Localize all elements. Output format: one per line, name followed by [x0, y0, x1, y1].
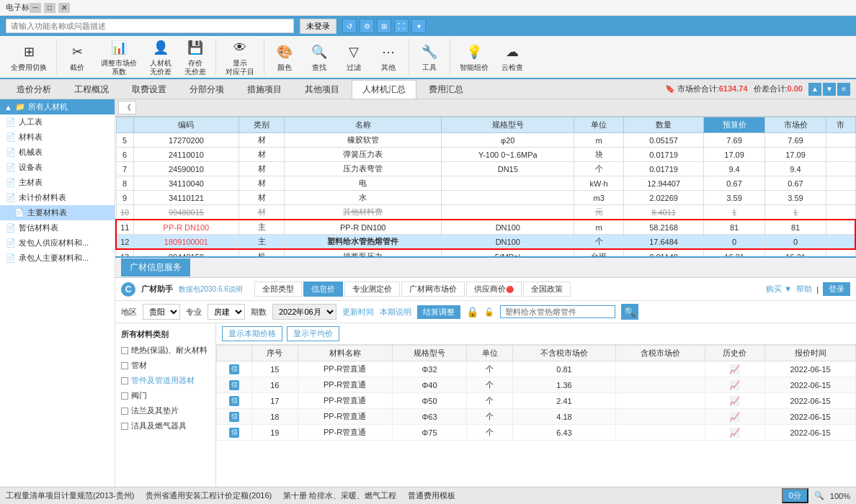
category-item-flange[interactable]: 法兰及其垫片: [115, 403, 215, 418]
sidebar-item-weijisuan[interactable]: 📄 未计价材料表: [0, 190, 115, 205]
category-item-sanitary[interactable]: 洁具及燃气器具: [115, 418, 215, 433]
table-row[interactable]: 517270200材橡胶软管φ20m0.051577.697.69: [116, 133, 855, 148]
guangcai-tab-all[interactable]: 全部类型: [254, 282, 302, 297]
category-checkbox-valve[interactable]: [121, 392, 128, 400]
toolbar-yanse[interactable]: 🎨 颜色: [269, 38, 300, 76]
table-row[interactable]: 724590010材压力表弯管DN15个0.017199.49.4: [116, 162, 855, 176]
guangcai-version[interactable]: 数据包2030.6.6说明: [179, 284, 243, 294]
table-row[interactable]: 1099480015材其他材料费元8.401111: [116, 205, 855, 220]
sidebar-item-shebei[interactable]: 📄 设备表: [0, 160, 115, 175]
region-select[interactable]: 贵阳: [143, 304, 180, 320]
guangcai-tab-special[interactable]: 专业测定价: [344, 282, 400, 297]
category-checkbox-heat[interactable]: [121, 347, 128, 354]
collapse-btn[interactable]: 《: [118, 101, 136, 114]
table-row[interactable]: 834110040材电kW·h12.944070.670.67: [116, 176, 855, 191]
toolbar-chazhao[interactable]: 🔍 查找: [303, 38, 335, 76]
sidebar-item-jixie[interactable]: 📄 机械表: [0, 145, 115, 160]
toolbar-zaijia[interactable]: ✂ 截价: [61, 38, 93, 76]
more-icon[interactable]: ▾: [411, 19, 426, 33]
settings-icon[interactable]: ⚙: [360, 19, 374, 33]
category-checkbox-fitting[interactable]: [121, 377, 128, 384]
table-row[interactable]: 121809100001主塑料给水管热熔管件DN100个17.648400: [116, 235, 855, 250]
buy-link[interactable]: 购买 ▼: [766, 284, 792, 294]
settle-button[interactable]: 结算调整: [417, 305, 460, 319]
guangcai-tab-market[interactable]: 广材网市场价: [401, 282, 465, 297]
tab-feiyong[interactable]: 费用汇总: [418, 80, 474, 99]
toolbar-rencaiji[interactable]: 👤 人材机无价差: [145, 34, 177, 80]
tab-gongcheng[interactable]: 工程概况: [63, 80, 120, 99]
material-search-input[interactable]: [500, 305, 615, 318]
sidebar-item-fabao[interactable]: 📄 发包人供应材料和...: [0, 235, 115, 251]
period-note-link[interactable]: 本期说明: [380, 307, 411, 318]
table-row[interactable]: 1399440150机排浆泵压力5(MPa)台班0.0114816.2116.2…: [116, 249, 855, 256]
tab-zaojia[interactable]: 造价分析: [6, 80, 62, 99]
category-checkbox-sanitary[interactable]: [121, 423, 128, 430]
period-select[interactable]: 2022年06月: [272, 304, 336, 320]
info-icon[interactable]: 信: [229, 428, 239, 438]
info-icon[interactable]: 信: [229, 412, 239, 422]
toolbar-zhineng[interactable]: 💡 智能组价: [455, 38, 494, 76]
minimize-btn[interactable]: ─: [30, 3, 41, 13]
trend-icon[interactable]: 📈: [729, 396, 740, 406]
table-scroll[interactable]: 编码 类别 名称 规格型号 单位 数量 预算价 市场价 市 517270200材…: [115, 117, 856, 256]
progress-btn[interactable]: 0分: [782, 488, 808, 503]
data-table-scroll[interactable]: 序号 材料名称 规格型号 单位 不含税市场价 含税市场价 历史价 报价时间: [216, 345, 856, 487]
guangcai-tab-policy[interactable]: 全国政策: [523, 282, 571, 297]
data-table-row[interactable]: 信18PP-R管直通Φ63个4.18📈2022-06-15: [217, 409, 856, 425]
trend-icon[interactable]: 📈: [729, 428, 740, 438]
toolbar-guolv[interactable]: ▽ 过滤: [338, 38, 370, 76]
info-icon[interactable]: 信: [229, 380, 239, 390]
sidebar-item-gusuan[interactable]: 📄 暂估材料表: [0, 220, 115, 235]
table-row[interactable]: 624110010材弹簧压力表Y-100 0~1.6MPa块0.0171917.…: [116, 148, 855, 162]
data-table-row[interactable]: 信17PP-R管直通Φ50个2.41📈2022-06-15: [217, 393, 856, 409]
material-search-btn[interactable]: 🔍: [621, 304, 638, 320]
category-item-fitting[interactable]: 管件及管道用器材: [115, 373, 215, 388]
arrow-down[interactable]: ▼: [823, 83, 836, 96]
guangcai-login-btn[interactable]: 登录: [823, 282, 850, 296]
sidebar-item-cailiao[interactable]: 📄 材料表: [0, 130, 115, 145]
grid-icon[interactable]: ⊞: [377, 19, 391, 33]
data-table-row[interactable]: 信19PP-R管直通Φ75个6.43📈2022-06-15: [217, 425, 856, 441]
category-item-pipe[interactable]: 管材: [115, 358, 215, 373]
trend-icon[interactable]: 📈: [729, 412, 740, 422]
toolbar-cunjia[interactable]: 💾 存价无价差: [179, 34, 211, 80]
info-icon[interactable]: 信: [229, 364, 239, 374]
login-button[interactable]: 未登录: [300, 19, 336, 34]
info-icon[interactable]: 信: [229, 396, 239, 406]
category-checkbox-pipe[interactable]: [121, 362, 128, 369]
toolbar-xianshi[interactable]: 👁 显示对应子目: [220, 34, 259, 80]
refresh-icon[interactable]: ↺: [342, 19, 357, 33]
expand-panel[interactable]: ≡: [837, 83, 850, 96]
help-link[interactable]: 帮助: [796, 284, 812, 294]
window-controls[interactable]: ─ □ ✕: [30, 3, 70, 13]
sidebar-item-rengong[interactable]: 📄 人工表: [0, 114, 115, 130]
bottom-tab-guangcai[interactable]: 广材信息服务: [121, 258, 190, 276]
toolbar-quanfei[interactable]: ⊞ 全费用切换: [6, 38, 52, 76]
show-period-btn[interactable]: 显示本期价格: [222, 326, 282, 341]
category-item-heat[interactable]: 绝热(保温)、耐火材料: [115, 343, 215, 358]
arrow-up[interactable]: ▲: [808, 83, 821, 96]
maximize-btn[interactable]: □: [44, 3, 55, 13]
trend-icon[interactable]: 📈: [729, 364, 740, 374]
tab-rencaiji[interactable]: 人材机汇总: [352, 80, 416, 99]
toolbar-gongju[interactable]: 🔧 工具: [414, 38, 445, 76]
toolbar-yuncha[interactable]: ☁ 云检查: [496, 38, 528, 76]
data-table-row[interactable]: 信16PP-R管直通Φ40个1.36📈2022-06-15: [217, 377, 856, 393]
close-btn[interactable]: ✕: [58, 3, 70, 13]
toolbar-adjust[interactable]: 📊 调整市场价系数: [96, 34, 142, 80]
update-time-link[interactable]: 更新时间: [342, 307, 374, 318]
tab-cuoshi[interactable]: 措施项目: [236, 80, 293, 99]
table-row[interactable]: 11PP-R DN100主PP-R DN100DN100m58.21688181: [116, 220, 855, 235]
table-row[interactable]: 934110121材水m32.022693.593.59: [116, 191, 855, 205]
guangcai-tab-info[interactable]: 信息价: [303, 282, 343, 297]
tab-qita[interactable]: 其他项目: [294, 80, 350, 99]
trend-icon[interactable]: 📈: [729, 380, 740, 390]
category-checkbox-flange[interactable]: [121, 408, 128, 415]
sidebar-item-zhucai[interactable]: 📄 主材表: [0, 175, 115, 190]
tab-arrows[interactable]: ▲ ▼ ≡: [808, 83, 850, 96]
toolbar-qita[interactable]: ⋯ 其他: [373, 38, 404, 76]
search-input[interactable]: [6, 19, 294, 33]
major-select[interactable]: 房建: [208, 304, 245, 320]
sidebar-item-zhucai2[interactable]: 📄 主要材料表: [0, 205, 115, 220]
tab-qufei[interactable]: 取费设置: [121, 80, 177, 99]
